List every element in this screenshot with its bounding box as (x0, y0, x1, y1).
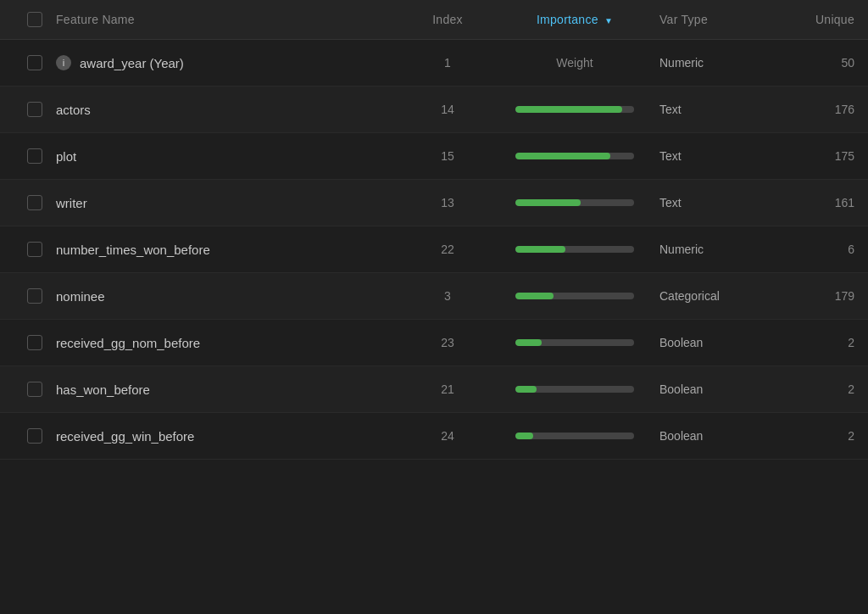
importance-cell (490, 153, 659, 159)
row-checkbox-cell[interactable] (14, 335, 56, 350)
feature-name-text: writer (56, 196, 87, 210)
var-type-cell: Text (659, 103, 770, 116)
table-row: actors14Text176 (0, 87, 868, 133)
row-checkbox-cell[interactable] (14, 195, 56, 210)
table-row: writer13Text161 (0, 180, 868, 226)
feature-name-cell: nominee (56, 289, 405, 304)
var-type-cell: Text (659, 196, 770, 209)
table-row: received_gg_nom_before23Boolean2 (0, 320, 868, 366)
info-icon[interactable]: i (56, 55, 71, 70)
importance-bar-container (515, 153, 634, 159)
feature-name-cell: plot (56, 149, 405, 164)
row-checkbox[interactable] (27, 102, 42, 117)
unique-cell: 175 (770, 149, 854, 163)
table-header: Feature Name Index Importance ▼ Var Type… (0, 0, 868, 40)
importance-cell (490, 433, 659, 439)
header-index: Index (405, 13, 490, 26)
var-type-cell: Text (659, 149, 770, 163)
var-type-cell: Boolean (659, 336, 770, 349)
table-row: number_times_won_before22Numeric6 (0, 226, 868, 273)
row-checkbox-cell[interactable] (14, 428, 56, 444)
feature-name-cell: has_won_before (56, 382, 405, 397)
feature-name-cell: iaward_year (Year) (56, 55, 405, 70)
unique-cell: 176 (770, 103, 854, 116)
feature-name-text: number_times_won_before (56, 243, 210, 257)
index-cell: 15 (405, 149, 490, 163)
row-checkbox[interactable] (27, 242, 42, 257)
index-cell: 1 (405, 56, 490, 70)
feature-name-text: nominee (56, 289, 105, 304)
importance-bar-container (515, 433, 634, 439)
importance-cell: Weight (490, 56, 659, 70)
importance-cell (490, 106, 659, 113)
table-body: iaward_year (Year)1WeightNumeric50actors… (0, 40, 868, 460)
unique-cell: 2 (770, 382, 854, 396)
var-type-cell: Boolean (659, 382, 770, 396)
importance-bar (515, 199, 581, 206)
table-row: nominee3Categorical179 (0, 273, 868, 320)
importance-cell (490, 199, 659, 206)
row-checkbox-cell[interactable] (14, 55, 56, 70)
feature-name-text: has_won_before (56, 382, 150, 397)
importance-bar (515, 386, 537, 393)
select-all-checkbox[interactable] (27, 12, 42, 27)
unique-cell: 2 (770, 429, 854, 443)
feature-name-text: received_gg_win_before (56, 429, 194, 444)
importance-bar (515, 246, 565, 253)
var-type-cell: Numeric (659, 56, 770, 70)
unique-cell: 2 (770, 336, 854, 349)
unique-cell: 6 (770, 243, 854, 256)
row-checkbox[interactable] (27, 195, 42, 210)
row-checkbox-cell[interactable] (14, 242, 56, 257)
table-row: received_gg_win_before24Boolean2 (0, 413, 868, 460)
row-checkbox[interactable] (27, 335, 42, 350)
importance-bar-container (515, 199, 634, 206)
feature-name-text: received_gg_nom_before (56, 336, 200, 350)
importance-cell (490, 246, 659, 253)
header-importance[interactable]: Importance ▼ (490, 13, 659, 26)
var-type-cell: Boolean (659, 429, 770, 443)
importance-bar-container (515, 386, 634, 393)
unique-cell: 161 (770, 196, 854, 209)
var-type-cell: Numeric (659, 243, 770, 256)
row-checkbox[interactable] (27, 428, 42, 444)
row-checkbox[interactable] (27, 148, 42, 164)
feature-name-text: actors (56, 103, 91, 117)
index-cell: 3 (405, 289, 490, 303)
sort-arrow-icon: ▼ (604, 16, 613, 25)
importance-bar (515, 153, 610, 159)
importance-bar (515, 433, 533, 439)
feature-name-cell: received_gg_win_before (56, 429, 405, 444)
importance-cell (490, 293, 659, 299)
index-cell: 23 (405, 336, 490, 349)
importance-bar-container (515, 293, 634, 299)
header-feature-name: Feature Name (56, 13, 405, 26)
unique-cell: 179 (770, 289, 854, 303)
row-checkbox-cell[interactable] (14, 102, 56, 117)
feature-name-cell: actors (56, 103, 405, 117)
unique-cell: 50 (770, 56, 854, 70)
feature-name-text: award_year (Year) (80, 56, 184, 70)
feature-table: Feature Name Index Importance ▼ Var Type… (0, 0, 868, 460)
row-checkbox[interactable] (27, 382, 42, 397)
importance-bar-container (515, 106, 634, 113)
table-row: has_won_before21Boolean2 (0, 366, 868, 413)
row-checkbox[interactable] (27, 288, 42, 304)
row-checkbox-cell[interactable] (14, 148, 56, 164)
row-checkbox-cell[interactable] (14, 382, 56, 397)
importance-bar (515, 106, 622, 113)
feature-name-cell: number_times_won_before (56, 243, 405, 257)
table-row: plot15Text175 (0, 133, 868, 180)
importance-bar-container (515, 246, 634, 253)
feature-name-cell: writer (56, 196, 405, 210)
index-cell: 24 (405, 429, 490, 443)
header-checkbox-cell[interactable] (14, 12, 56, 27)
importance-cell (490, 339, 659, 346)
importance-bar (515, 339, 542, 346)
index-cell: 14 (405, 103, 490, 116)
row-checkbox[interactable] (27, 55, 42, 70)
row-checkbox-cell[interactable] (14, 288, 56, 304)
index-cell: 13 (405, 196, 490, 209)
var-type-cell: Categorical (659, 289, 770, 303)
index-cell: 21 (405, 382, 490, 396)
